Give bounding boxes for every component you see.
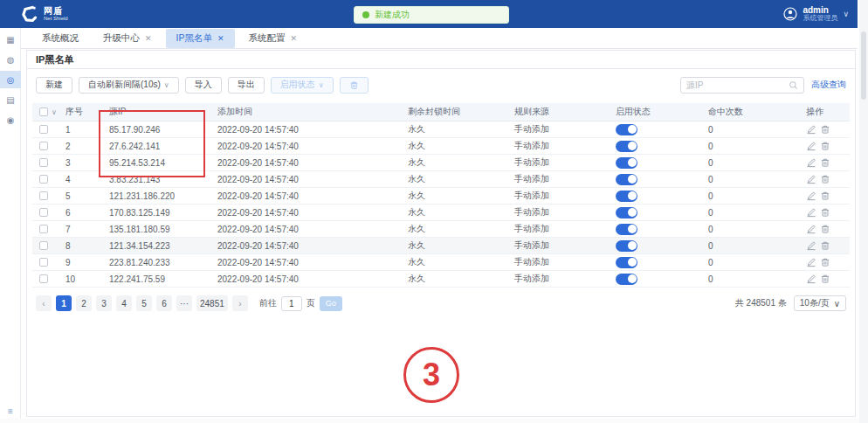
select-all-checkbox[interactable] bbox=[39, 107, 48, 116]
page-button-5[interactable]: 5 bbox=[136, 295, 152, 311]
delete-icon[interactable] bbox=[820, 224, 830, 234]
search-icon[interactable] bbox=[789, 80, 798, 90]
delete-icon[interactable] bbox=[820, 207, 830, 218]
cell-enable-status bbox=[609, 207, 701, 218]
page-button-24851[interactable]: 24851 bbox=[196, 295, 228, 311]
delete-icon[interactable] bbox=[820, 124, 830, 135]
collapse-menu-icon[interactable]: ≡ bbox=[0, 406, 21, 416]
avatar-icon bbox=[783, 7, 797, 21]
edit-icon[interactable] bbox=[806, 240, 816, 251]
row-checkbox-cell bbox=[32, 274, 59, 283]
tab-system-config[interactable]: 系统配置✕ bbox=[238, 29, 308, 48]
page-button-1[interactable]: 1 bbox=[56, 295, 72, 311]
edit-icon[interactable] bbox=[806, 124, 816, 135]
user-menu[interactable]: admin 系统管理员 ∨ bbox=[783, 0, 849, 28]
new-button[interactable]: 新建 bbox=[36, 77, 72, 94]
enable-toggle[interactable] bbox=[616, 157, 637, 169]
delete-icon[interactable] bbox=[820, 174, 830, 184]
dashboard-icon[interactable]: ▦ bbox=[0, 31, 21, 48]
search-input[interactable] bbox=[686, 80, 789, 90]
bulk-delete-button[interactable] bbox=[340, 77, 369, 94]
chevron-down-icon[interactable]: ∨ bbox=[52, 108, 57, 116]
tab-upgrade-center[interactable]: 升级中心✕ bbox=[93, 29, 162, 48]
cell-hit-count: 0 bbox=[701, 225, 799, 234]
enable-toggle[interactable] bbox=[616, 207, 637, 218]
row-checkbox[interactable] bbox=[39, 142, 48, 150]
cell-rule-source: 手动添加 bbox=[507, 273, 609, 285]
row-checkbox[interactable] bbox=[39, 241, 48, 250]
delete-icon[interactable] bbox=[820, 274, 830, 284]
delete-icon[interactable] bbox=[820, 240, 830, 251]
enable-toggle[interactable] bbox=[616, 174, 637, 185]
row-checkbox[interactable] bbox=[39, 125, 48, 134]
close-icon[interactable]: ✕ bbox=[217, 34, 224, 43]
enable-toggle[interactable] bbox=[616, 224, 637, 235]
edit-icon[interactable] bbox=[806, 174, 816, 184]
enable-toggle[interactable] bbox=[616, 257, 637, 268]
edit-icon[interactable] bbox=[806, 157, 816, 168]
cell-no: 2 bbox=[59, 142, 102, 151]
advanced-search-link[interactable]: 高级查询 bbox=[811, 79, 846, 91]
next-page-button[interactable]: › bbox=[232, 295, 248, 311]
row-checkbox[interactable] bbox=[39, 158, 48, 167]
network-icon[interactable]: ◍ bbox=[0, 51, 21, 68]
blacklist-icon[interactable]: ◎ bbox=[0, 71, 21, 88]
page-button-4[interactable]: 4 bbox=[116, 295, 132, 311]
enable-status-dropdown[interactable]: 启用状态∨ bbox=[271, 77, 334, 94]
cell-remaining-time: 永久 bbox=[401, 206, 507, 218]
row-checkbox[interactable] bbox=[39, 191, 48, 200]
scrollbar-thumb[interactable] bbox=[861, 31, 866, 100]
row-checkbox[interactable] bbox=[39, 175, 48, 184]
row-checkbox[interactable] bbox=[39, 225, 48, 233]
enable-toggle[interactable] bbox=[616, 240, 637, 252]
export-button[interactable]: 导出 bbox=[228, 77, 265, 94]
row-checkbox[interactable] bbox=[39, 258, 48, 267]
delete-icon[interactable] bbox=[820, 191, 830, 201]
cell-enable-status bbox=[609, 141, 701, 152]
document-icon[interactable]: ▤ bbox=[0, 91, 21, 108]
page-button-2[interactable]: 2 bbox=[76, 295, 92, 311]
edit-icon[interactable] bbox=[806, 207, 816, 218]
row-checkbox[interactable] bbox=[39, 208, 48, 217]
enable-toggle[interactable] bbox=[616, 274, 637, 285]
cell-operations bbox=[799, 274, 850, 284]
tab-ip-blacklist[interactable]: IP黑名单✕ bbox=[166, 29, 235, 48]
edit-icon[interactable] bbox=[806, 141, 816, 151]
auto-refresh-dropdown[interactable]: 自动刷新间隔(10s)∨ bbox=[79, 77, 179, 94]
table-header-row: ∨ 序号 源IP 添加时间 剩余封锁时间 规则来源 启用状态 命中次数 操作 bbox=[32, 103, 850, 121]
delete-icon[interactable] bbox=[820, 157, 830, 168]
close-icon[interactable]: ✕ bbox=[291, 34, 298, 43]
page-size-select[interactable]: 10条/页 ∨ bbox=[794, 295, 846, 311]
edit-icon[interactable] bbox=[806, 257, 816, 267]
tab-label: 系统配置 bbox=[249, 32, 286, 45]
more-pages-button[interactable]: ··· bbox=[176, 295, 192, 311]
vertical-scrollbar[interactable] bbox=[859, 0, 868, 423]
tab-label: IP黑名单 bbox=[176, 32, 212, 45]
edit-icon[interactable] bbox=[806, 224, 816, 234]
close-icon[interactable]: ✕ bbox=[145, 34, 152, 43]
chevron-down-icon: ∨ bbox=[319, 81, 324, 89]
import-button[interactable]: 导入 bbox=[185, 77, 222, 94]
go-button[interactable]: Go bbox=[320, 296, 342, 311]
row-checkbox-cell bbox=[32, 208, 59, 217]
edit-icon[interactable] bbox=[806, 274, 816, 284]
prev-page-button[interactable]: ‹ bbox=[36, 295, 52, 311]
page-button-6[interactable]: 6 bbox=[156, 295, 172, 311]
goto-label: 前往 bbox=[259, 297, 277, 309]
enable-toggle[interactable] bbox=[616, 191, 637, 202]
edit-icon[interactable] bbox=[806, 191, 816, 201]
delete-icon[interactable] bbox=[820, 141, 830, 151]
row-checkbox-cell bbox=[32, 125, 59, 134]
enable-toggle[interactable] bbox=[616, 124, 637, 135]
col-rule-source: 规则来源 bbox=[507, 106, 609, 118]
row-checkbox[interactable] bbox=[39, 274, 48, 283]
enable-toggle[interactable] bbox=[616, 141, 637, 152]
cell-source-ip: 3.83.231.143 bbox=[102, 175, 210, 184]
goto-page-input[interactable] bbox=[281, 296, 302, 311]
cell-remaining-time: 永久 bbox=[401, 273, 507, 285]
delete-icon[interactable] bbox=[820, 257, 830, 267]
table-row: 10122.241.75.592022-09-20 14:57:40永久手动添加… bbox=[32, 271, 850, 288]
page-button-3[interactable]: 3 bbox=[96, 295, 112, 311]
tab-system-overview[interactable]: 系统概况 bbox=[31, 29, 89, 48]
monitor-icon[interactable]: ◉ bbox=[0, 111, 21, 128]
